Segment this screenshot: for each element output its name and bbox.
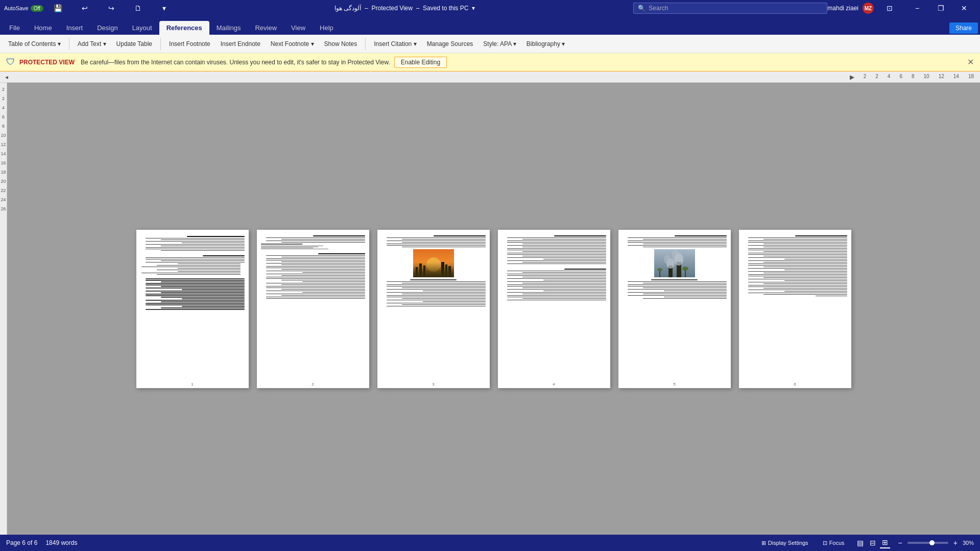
new-doc-button[interactable]: 🗋 — [126, 0, 150, 16]
ruler-num-6: 6 — [899, 74, 902, 81]
word-count: 1849 words — [45, 539, 77, 546]
minimize-button[interactable]: − — [905, 0, 929, 16]
ruler-num-2: 2 — [875, 74, 878, 81]
ribbon-tabs: File Home Insert Design Layout Reference… — [0, 16, 980, 35]
page-6-content — [739, 230, 851, 388]
svg-rect-6 — [445, 265, 447, 277]
insert-footnote-btn[interactable]: Insert Footnote — [165, 38, 214, 50]
redo-button[interactable]: ↪ — [100, 0, 123, 16]
banner-close-button[interactable]: ✕ — [967, 57, 974, 67]
vruler-10: 10 — [0, 131, 7, 140]
vruler-8: 8 — [0, 122, 7, 131]
page-6[interactable]: 6 — [739, 230, 851, 388]
ruler-num-14: 14 — [953, 74, 959, 81]
tab-insert[interactable]: Insert — [59, 21, 90, 35]
svg-rect-2 — [416, 267, 418, 277]
restore-button[interactable]: ❐ — [929, 0, 952, 16]
ruler-num-10: 10 — [924, 74, 929, 81]
ruler-arrow-right: ▶ — [850, 74, 854, 81]
ribbon-sep-2 — [160, 38, 161, 50]
user-name: mahdi ziaei — [827, 5, 858, 12]
user-avatar[interactable]: MZ — [863, 3, 874, 14]
update-table-btn[interactable]: Update Table — [112, 38, 157, 50]
svg-rect-0 — [413, 249, 454, 277]
undo-button[interactable]: ↩ — [73, 0, 97, 16]
user-area: mahdi ziaei MZ ⊡ − ❐ ✕ — [827, 0, 976, 16]
tab-help[interactable]: Help — [313, 21, 341, 35]
zoom-area: − + 30% — [896, 538, 974, 548]
show-notes-btn[interactable]: Show Notes — [320, 38, 362, 50]
vertical-ruler: 2 2 4 6 8 10 12 14 16 18 20 22 24 26 — [0, 83, 7, 535]
zoom-out-button[interactable]: − — [896, 538, 904, 548]
svg-point-12 — [664, 255, 671, 264]
page-1-number: 1 — [191, 382, 193, 387]
page-3-content — [377, 230, 490, 388]
doc-title: آلودگی هوا – Protected View – Saved to t… — [334, 5, 475, 12]
page-2-number: 2 — [312, 382, 314, 387]
focus-button[interactable]: ⊡ Focus — [819, 538, 849, 548]
print-view-button[interactable]: ▤ — [855, 537, 866, 548]
customize-qat-button[interactable]: ▾ — [153, 0, 176, 16]
title-bar-center: آلودگی هوا – Protected View – Saved to t… — [176, 5, 633, 12]
ribbon-display-button[interactable]: ⊡ — [878, 0, 901, 16]
tab-layout[interactable]: Layout — [125, 21, 159, 35]
enable-editing-button[interactable]: Enable Editing — [394, 57, 447, 68]
page-2[interactable]: 2 — [257, 230, 369, 388]
tab-mailings[interactable]: Mailings — [209, 21, 248, 35]
svg-rect-5 — [441, 262, 444, 277]
close-button[interactable]: ✕ — [952, 0, 976, 16]
page-1[interactable]: 1 — [136, 230, 249, 388]
insert-citation-btn[interactable]: Insert Citation ▾ — [370, 38, 420, 50]
vruler-18: 18 — [0, 167, 7, 177]
svg-point-14 — [672, 250, 680, 260]
tab-file[interactable]: File — [2, 21, 27, 35]
document-area: 2 2 4 6 8 10 12 14 16 18 20 22 24 26 — [0, 83, 980, 535]
tab-references[interactable]: References — [159, 21, 209, 35]
vruler-16: 16 — [0, 158, 7, 167]
display-settings-label: Display Settings — [768, 540, 808, 546]
page-4[interactable]: 4 — [498, 230, 610, 388]
protected-view-label: PROTECTED VIEW — [19, 59, 75, 66]
view-mode-buttons: ▤ ⊟ ⊞ — [855, 537, 890, 548]
shield-icon: 🛡 — [6, 57, 15, 67]
zoom-thumb[interactable] — [929, 540, 935, 545]
smoke-image — [654, 249, 695, 277]
status-bar-right: ⊞ Display Settings ⊡ Focus ▤ ⊟ ⊞ − + 30% — [757, 537, 974, 548]
zoom-slider[interactable] — [907, 542, 948, 544]
tab-home[interactable]: Home — [27, 21, 59, 35]
protected-view-message: Be careful—files from the Internet can c… — [81, 59, 390, 66]
autosave-toggle[interactable]: Off — [31, 5, 43, 12]
ruler-numbers: 18 14 12 10 8 6 4 2 2 ▶ — [850, 74, 974, 81]
save-button[interactable]: 💾 — [46, 0, 70, 16]
insert-endnote-btn[interactable]: Insert Endnote — [217, 38, 265, 50]
manage-sources-btn[interactable]: Manage Sources — [423, 38, 477, 50]
page-info: Page 6 of 6 — [6, 539, 37, 546]
focus-icon: ⊡ — [823, 540, 827, 546]
vruler-2a: 2 — [0, 85, 7, 94]
search-icon: 🔍 — [638, 5, 646, 12]
share-button[interactable]: Share — [949, 22, 978, 34]
vruler-12: 12 — [0, 140, 7, 149]
svg-rect-7 — [448, 266, 451, 277]
page-3[interactable]: 3 — [377, 230, 490, 388]
tab-design[interactable]: Design — [90, 21, 125, 35]
next-footnote-btn[interactable]: Next Footnote ▾ — [267, 38, 318, 50]
read-view-button[interactable]: ⊞ — [880, 537, 890, 548]
table-of-contents-btn[interactable]: Table of Contents ▾ — [4, 38, 65, 50]
web-view-button[interactable]: ⊟ — [868, 537, 878, 548]
zoom-level: 30% — [963, 540, 974, 546]
tab-review[interactable]: Review — [248, 21, 284, 35]
add-text-btn[interactable]: Add Text ▾ — [74, 38, 110, 50]
zoom-in-button[interactable]: + — [951, 538, 960, 548]
page-4-number: 4 — [553, 382, 555, 387]
vruler-6: 6 — [0, 112, 7, 122]
tab-view[interactable]: View — [284, 21, 313, 35]
bibliography-btn[interactable]: Bibliography ▾ — [522, 38, 569, 50]
autosave-area[interactable]: AutoSave Off — [4, 5, 43, 12]
display-settings-button[interactable]: ⊞ Display Settings — [757, 538, 812, 548]
status-bar: Page 6 of 6 1849 words ⊞ Display Setting… — [0, 535, 980, 551]
page-4-content — [498, 230, 610, 388]
search-box[interactable]: 🔍 Search — [633, 3, 827, 14]
style-btn[interactable]: Style: APA ▾ — [479, 38, 520, 50]
page-5[interactable]: 5 — [618, 230, 731, 388]
